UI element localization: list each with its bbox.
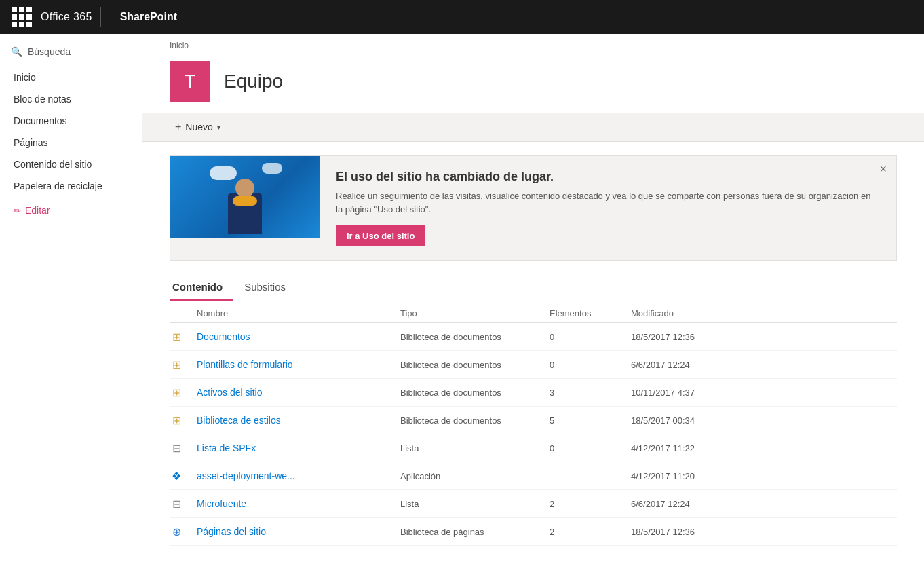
row-modified: 10/11/2017 4:37	[631, 388, 897, 398]
office365-label: Office 365	[41, 11, 92, 23]
table-row[interactable]: ⊞ Documentos Biblioteca de documentos 0 …	[170, 323, 897, 351]
banner-image	[170, 156, 320, 238]
row-name[interactable]: Páginas del sitio	[197, 526, 400, 537]
table-row[interactable]: ❖ asset-deployment-we... Aplicación 4/12…	[170, 462, 897, 490]
banner: El uso del sitio ha cambiado de lugar. R…	[170, 155, 897, 261]
site-title: Equipo	[224, 71, 283, 92]
row-icon-docs: ⊞	[170, 358, 183, 371]
site-header: T Equipo	[142, 54, 924, 113]
row-elements: 0	[550, 332, 631, 342]
row-type: Biblioteca de documentos	[400, 415, 550, 426]
chevron-down-icon: ▾	[217, 124, 220, 131]
table-row[interactable]: ⊞ Plantillas de formulario Biblioteca de…	[170, 351, 897, 379]
binoculars-icon	[233, 196, 257, 206]
site-logo: T	[170, 61, 210, 102]
search-icon: 🔍	[11, 46, 22, 57]
sidebar-item-papelera[interactable]: Papelera de reciclaje	[0, 175, 142, 197]
table-row[interactable]: ⊟ Microfuente Lista 2 6/6/2017 12:24	[170, 490, 897, 518]
list-icon: ⊟	[172, 498, 181, 510]
row-elements: 3	[550, 388, 631, 398]
row-type: Aplicación	[400, 471, 550, 481]
table-header-nombre: Nombre	[197, 308, 400, 318]
row-name[interactable]: Biblioteca de estilos	[197, 415, 400, 426]
row-icon-docs: ⊞	[170, 330, 183, 343]
banner-action-button[interactable]: Ir a Uso del sitio	[336, 225, 425, 246]
edit-button[interactable]: ✏ Editar	[0, 200, 142, 221]
sidebar-item-bloc[interactable]: Bloc de notas	[0, 88, 142, 110]
search-label: Búsqueda	[28, 46, 71, 57]
row-elements: 2	[550, 499, 631, 509]
banner-description: Realice un seguimiento de las visitas, v…	[336, 189, 880, 216]
edit-label: Editar	[25, 205, 50, 216]
sidebar-item-inicio[interactable]: Inicio	[0, 67, 142, 88]
table-row[interactable]: ⊞ Biblioteca de estilos Biblioteca de do…	[170, 407, 897, 434]
top-nav: Office 365 SharePoint	[0, 0, 924, 34]
row-icon-list: ⊟	[170, 441, 183, 455]
new-label: Nuevo	[185, 122, 212, 132]
row-name[interactable]: Activos del sitio	[197, 387, 400, 398]
table-header-icon-col	[170, 308, 197, 318]
table-row[interactable]: ⊟ Lista de SPFx Lista 0 4/12/2017 11:22	[170, 434, 897, 462]
site-logo-letter: T	[184, 71, 195, 92]
row-modified: 18/5/2017 12:36	[631, 527, 897, 537]
table-row[interactable]: ⊕ Páginas del sitio Biblioteca de página…	[170, 518, 897, 546]
tab-subsitios[interactable]: Subsitios	[242, 274, 296, 301]
row-name[interactable]: Documentos	[197, 331, 400, 342]
figure-head	[235, 179, 254, 198]
row-modified: 18/5/2017 12:36	[631, 332, 897, 342]
banner-content: El uso del sitio ha cambiado de lugar. R…	[320, 156, 896, 260]
row-type: Biblioteca de páginas	[400, 527, 550, 537]
row-icon-docs: ⊞	[170, 413, 183, 427]
sidebar: 🔍 Búsqueda Inicio Bloc de notas Document…	[0, 34, 142, 577]
document-library-icon: ⊞	[172, 331, 181, 343]
row-name[interactable]: Plantillas de formulario	[197, 359, 400, 370]
row-type: Lista	[400, 499, 550, 509]
row-icon-app: ❖	[170, 469, 183, 483]
close-icon: ×	[879, 162, 887, 176]
pages-library-icon: ⊕	[172, 525, 181, 538]
search-button[interactable]: 🔍 Búsqueda	[0, 41, 142, 67]
content-table: Nombre Tipo Elementos Modificado ⊞ Docum…	[142, 301, 924, 573]
row-name[interactable]: Microfuente	[197, 498, 400, 509]
row-modified: 6/6/2017 12:24	[631, 360, 897, 370]
nav-divider	[100, 7, 101, 27]
cloud-right-icon	[262, 163, 282, 174]
table-header-elementos: Elementos	[550, 308, 631, 318]
banner-close-button[interactable]: ×	[879, 163, 887, 175]
list-icon: ⊟	[172, 442, 181, 455]
row-icon-pages: ⊕	[170, 525, 183, 538]
waffle-menu[interactable]	[8, 3, 35, 31]
document-library-icon: ⊞	[172, 386, 181, 399]
table-header-tipo: Tipo	[400, 308, 550, 318]
row-icon-docs: ⊞	[170, 386, 183, 399]
row-name[interactable]: asset-deployment-we...	[197, 470, 400, 481]
table-header-modificado: Modificado	[631, 308, 897, 318]
banner-title: El uso del sitio ha cambiado de lugar.	[336, 170, 880, 184]
sidebar-item-contenido[interactable]: Contenido del sitio	[0, 153, 142, 175]
sharepoint-label: SharePoint	[120, 11, 177, 23]
table-header: Nombre Tipo Elementos Modificado	[170, 301, 897, 323]
tab-contenido[interactable]: Contenido	[170, 274, 233, 301]
row-name[interactable]: Lista de SPFx	[197, 443, 400, 453]
document-library-icon: ⊞	[172, 358, 181, 371]
document-library-icon: ⊞	[172, 414, 181, 427]
row-modified: 18/5/2017 00:34	[631, 415, 897, 426]
main-content: Inicio T Equipo + Nuevo ▾	[142, 34, 924, 577]
action-bar: + Nuevo ▾	[142, 113, 924, 142]
row-elements: 5	[550, 415, 631, 426]
row-type: Lista	[400, 443, 550, 453]
row-modified: 4/12/2017 11:22	[631, 443, 897, 453]
row-type: Biblioteca de documentos	[400, 360, 550, 370]
sidebar-item-documentos[interactable]: Documentos	[0, 110, 142, 132]
new-button[interactable]: + Nuevo ▾	[170, 118, 226, 136]
row-modified: 4/12/2017 11:20	[631, 471, 897, 481]
sidebar-item-paginas[interactable]: Páginas	[0, 132, 142, 153]
table-row[interactable]: ⊞ Activos del sitio Biblioteca de docume…	[170, 379, 897, 407]
row-type: Biblioteca de documentos	[400, 388, 550, 398]
row-type: Biblioteca de documentos	[400, 332, 550, 342]
app-icon: ❖	[172, 470, 181, 483]
row-elements: 0	[550, 360, 631, 370]
row-elements: 0	[550, 443, 631, 453]
pencil-icon: ✏	[14, 206, 21, 216]
main-layout: 🔍 Búsqueda Inicio Bloc de notas Document…	[0, 34, 924, 577]
